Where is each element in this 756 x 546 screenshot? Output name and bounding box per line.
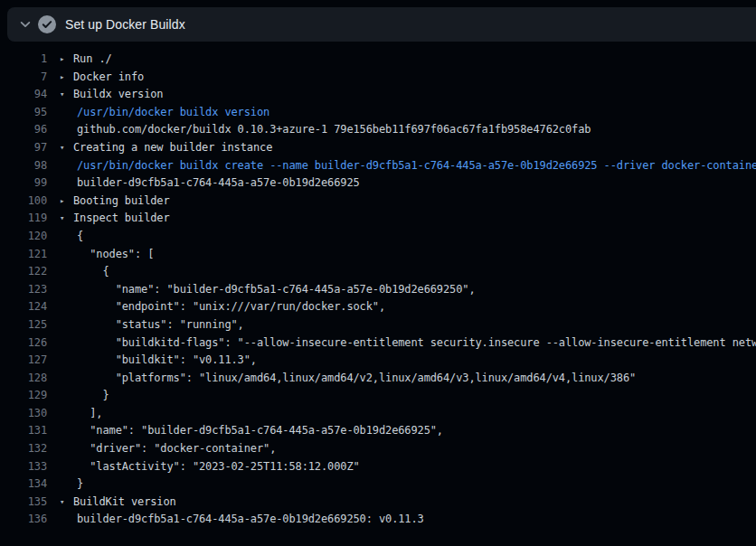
log-line: 129 } (0, 387, 756, 405)
log-output-text: "name": "builder-d9cfb5a1-c764-445a-a57e… (47, 422, 756, 440)
log-output-text: "nodes": [ (47, 246, 756, 264)
group-toggle[interactable]: ▾BuildKit version (47, 494, 756, 512)
log-group-line: 94 ▾Buildx version (0, 86, 756, 104)
log-command-text: /usr/bin/docker buildx version (47, 104, 756, 122)
group-toggle[interactable]: ▸Run ./ (47, 51, 756, 69)
log-line: 125 "status": "running", (0, 316, 756, 334)
log-line: 120 { (0, 228, 756, 246)
log-output-text: github.com/docker/buildx 0.10.3+azure-1 … (47, 121, 756, 139)
line-number[interactable]: 130 (0, 405, 47, 423)
line-number[interactable]: 126 (0, 334, 47, 353)
line-number[interactable]: 100 (0, 193, 47, 211)
log-group-line: 119 ▾Inspect builder (0, 210, 756, 228)
line-number[interactable]: 120 (0, 228, 47, 246)
line-number[interactable]: 128 (0, 370, 47, 388)
group-title: Buildx version (73, 88, 163, 100)
line-number[interactable]: 121 (0, 246, 47, 264)
step-title: Set up Docker Buildx (65, 17, 185, 32)
step-header[interactable]: Set up Docker Buildx (7, 7, 756, 42)
line-number[interactable]: 129 (0, 387, 47, 405)
line-number[interactable]: 1 (0, 51, 47, 69)
group-title: BuildKit version (73, 495, 176, 508)
group-title: Booting builder (73, 194, 170, 207)
log-output-text: { (47, 263, 756, 281)
log-line: 98 /usr/bin/docker buildx create --name … (0, 157, 756, 175)
log-output-text: builder-d9cfb5a1-c764-445a-a57e-0b19d2e6… (47, 511, 756, 529)
line-number[interactable]: 127 (0, 352, 47, 370)
chevron-down-icon[interactable] (18, 17, 33, 32)
line-number[interactable]: 124 (0, 298, 47, 316)
line-number[interactable]: 132 (0, 440, 47, 458)
log-output-text: } (47, 387, 756, 405)
group-title: Creating a new builder instance (73, 141, 272, 154)
log-line: 96 github.com/docker/buildx 0.10.3+azure… (0, 121, 756, 139)
log-line: 122 { (0, 263, 756, 281)
line-number[interactable]: 131 (0, 422, 47, 440)
log-group-line: 1 ▸Run ./ (0, 51, 756, 69)
triangle-expanded-icon: ▾ (60, 139, 73, 157)
log-line: 134 } (0, 475, 756, 494)
group-title: Docker info (73, 71, 144, 83)
line-number[interactable]: 136 (0, 511, 47, 529)
log-group-line: 100 ▸Booting builder (0, 193, 756, 211)
log-line: 133 "lastActivity": "2023-02-25T11:58:12… (0, 458, 756, 476)
line-number[interactable]: 123 (0, 281, 47, 299)
log-line: 130 ], (0, 405, 756, 423)
line-number[interactable]: 7 (0, 69, 47, 87)
group-toggle[interactable]: ▸Booting builder (47, 193, 756, 211)
line-number[interactable]: 122 (0, 263, 47, 281)
log-line: 123 "name": "builder-d9cfb5a1-c764-445a-… (0, 281, 756, 299)
log-line: 128 "platforms": "linux/amd64,linux/amd6… (0, 370, 756, 388)
log-line: 124 "endpoint": "unix:///var/run/docker.… (0, 298, 756, 316)
check-circle-icon (38, 15, 56, 33)
log-output-text: { (47, 228, 756, 246)
triangle-expanded-icon: ▾ (60, 494, 73, 512)
log-command-text: /usr/bin/docker buildx create --name bui… (47, 157, 756, 175)
log-output-text: "buildkitd-flags": "--allow-insecure-ent… (47, 334, 756, 353)
line-number[interactable]: 96 (0, 121, 47, 139)
triangle-expanded-icon: ▾ (60, 86, 73, 104)
group-toggle[interactable]: ▸Docker info (47, 69, 756, 87)
group-toggle[interactable]: ▾Creating a new builder instance (47, 139, 756, 157)
line-number[interactable]: 97 (0, 139, 47, 157)
log-line: 121 "nodes": [ (0, 246, 756, 264)
log-group-line: 97 ▾Creating a new builder instance (0, 139, 756, 157)
log-line: 127 "buildkit": "v0.11.3", (0, 352, 756, 370)
log-output-text: "name": "builder-d9cfb5a1-c764-445a-a57e… (47, 281, 756, 299)
line-number[interactable]: 119 (0, 210, 47, 228)
log-line: 132 "driver": "docker-container", (0, 440, 756, 458)
triangle-collapsed-icon: ▸ (60, 193, 73, 211)
log-output-text: "platforms": "linux/amd64,linux/amd64/v2… (47, 370, 756, 388)
log-output-text: "buildkit": "v0.11.3", (47, 352, 756, 370)
log-output-text: "status": "running", (47, 316, 756, 334)
log-line: 136 builder-d9cfb5a1-c764-445a-a57e-0b19… (0, 511, 756, 529)
group-title: Inspect builder (73, 212, 170, 224)
log-line: 95 /usr/bin/docker buildx version (0, 104, 756, 122)
line-number[interactable]: 133 (0, 458, 47, 476)
group-title: Run ./ (73, 52, 112, 65)
line-number[interactable]: 134 (0, 475, 47, 494)
line-number[interactable]: 125 (0, 316, 47, 334)
line-number[interactable]: 94 (0, 86, 47, 104)
log-output-text: ], (47, 405, 756, 423)
line-number[interactable]: 135 (0, 494, 47, 512)
log-output-text: builder-d9cfb5a1-c764-445a-a57e-0b19d2e6… (47, 174, 756, 193)
log-output-text: "driver": "docker-container", (47, 440, 756, 458)
log-line: 99 builder-d9cfb5a1-c764-445a-a57e-0b19d… (0, 174, 756, 193)
triangle-collapsed-icon: ▸ (60, 51, 73, 69)
log-output-text: } (47, 475, 756, 494)
log-output-text: "lastActivity": "2023-02-25T11:58:12.000… (47, 458, 756, 476)
log-group-line: 7 ▸Docker info (0, 69, 756, 87)
triangle-collapsed-icon: ▸ (60, 69, 73, 87)
log-line: 126 "buildkitd-flags": "--allow-insecure… (0, 334, 756, 353)
log-output-text: "endpoint": "unix:///var/run/docker.sock… (47, 298, 756, 316)
log-group-line: 135 ▾BuildKit version (0, 494, 756, 512)
triangle-expanded-icon: ▾ (60, 210, 73, 228)
log-lines: 1 ▸Run ./ 7 ▸Docker info 94 ▾Buildx vers… (0, 42, 756, 529)
line-number[interactable]: 98 (0, 157, 47, 175)
line-number[interactable]: 95 (0, 104, 47, 122)
group-toggle[interactable]: ▾Inspect builder (47, 210, 756, 228)
group-toggle[interactable]: ▾Buildx version (47, 86, 756, 104)
log-line: 131 "name": "builder-d9cfb5a1-c764-445a-… (0, 422, 756, 440)
line-number[interactable]: 99 (0, 174, 47, 193)
